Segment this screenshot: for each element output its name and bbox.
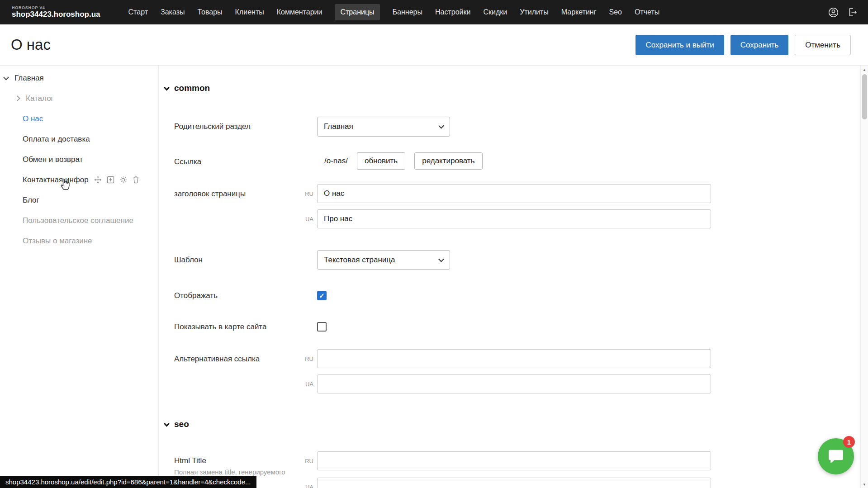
link-label: Ссылка <box>174 158 201 166</box>
section-seo-title: seo <box>174 419 189 429</box>
scrollbar-thumb[interactable] <box>862 74 867 119</box>
lang-ru-badge: RU <box>302 458 313 464</box>
tree-item-label: Пользовательское соглашение <box>23 216 133 225</box>
sidebar-item-otzyvy-o-magazine[interactable]: Отзывы о магазине <box>0 231 158 251</box>
delete-trash-icon[interactable] <box>132 176 140 184</box>
nav-clients[interactable]: Клиенты <box>235 8 264 16</box>
page-title-ru-row: RU <box>302 184 711 203</box>
scroll-up-arrow-icon[interactable]: ▲ <box>861 66 868 73</box>
header-actions: Сохранить и выйти Сохранить Отменить <box>636 35 851 55</box>
parent-section-select[interactable]: Главная <box>317 117 450 137</box>
add-page-icon[interactable] <box>107 176 114 184</box>
settings-gear-icon[interactable] <box>119 176 127 184</box>
sidebar-item-o-nas[interactable]: О нас <box>0 109 158 129</box>
alt-link-ru-row: RU <box>302 349 711 368</box>
sidebar-item-polzovatelskoe-soglashenie[interactable]: Пользовательское соглашение <box>0 210 158 231</box>
chevron-down-icon <box>438 256 444 262</box>
nav-start[interactable]: Старт <box>128 8 148 16</box>
user-account-icon[interactable] <box>828 7 839 18</box>
nav-banners[interactable]: Баннеры <box>393 8 422 16</box>
lang-ua-badge: UA <box>302 216 313 223</box>
tree-item-actions <box>94 176 140 184</box>
brand-version-label: HOROSHOP V4 <box>12 5 100 10</box>
scroll-down-arrow-icon[interactable]: ▼ <box>861 481 868 488</box>
tree-item-label: Блог <box>23 196 39 205</box>
nav-settings[interactable]: Настройки <box>435 8 470 16</box>
link-path-value: /o-nas/ <box>324 156 348 166</box>
sidebar-item-kontaktnaya-informatsiya[interactable]: Контактная инфор <box>0 170 158 190</box>
top-navigation: Старт Заказы Товары Клиенты Комментарии … <box>128 4 660 20</box>
sidebar-item-obmen-i-vozvrat[interactable]: Обмен и возврат <box>0 149 158 170</box>
chevron-down-icon <box>164 85 170 90</box>
logout-icon[interactable] <box>847 7 858 18</box>
tree-item-label: Контактная инфор <box>23 175 89 185</box>
sidebar-item-glavnaya[interactable]: Главная <box>0 68 158 88</box>
template-select[interactable]: Текстовая страница <box>317 250 450 270</box>
nav-seo[interactable]: Seo <box>609 8 622 16</box>
pages-tree-sidebar: Главная Каталог О нас Оплата и доставка … <box>0 66 159 488</box>
link-preview-statusbar: shop34423.horoshop.ua/edit/edit.php?id=6… <box>0 476 256 488</box>
horoshop-admin-app: HOROSHOP V4 shop34423.horoshop.ua Старт … <box>0 0 868 488</box>
template-label: Шаблон <box>174 256 203 264</box>
pages-tree: Главная Каталог О нас Оплата и доставка … <box>0 66 158 251</box>
parent-section-label: Родительский раздел <box>174 123 251 130</box>
html-title-ua-input[interactable] <box>317 478 711 488</box>
tree-item-label: О нас <box>23 114 43 123</box>
save-and-exit-button[interactable]: Сохранить и выйти <box>636 35 724 55</box>
alt-link-ua-input[interactable] <box>317 374 711 393</box>
sitemap-checkbox[interactable] <box>317 322 327 332</box>
lang-ru-badge: RU <box>302 190 313 197</box>
tree-item-label: Главная <box>14 74 44 83</box>
link-edit-button[interactable]: редактировать <box>414 152 482 170</box>
nav-marketing[interactable]: Маркетинг <box>561 8 597 16</box>
sidebar-item-oplata-i-dostavka[interactable]: Оплата и доставка <box>0 129 158 149</box>
html-title-ru-input[interactable] <box>317 451 711 470</box>
section-common-toggle[interactable]: common <box>165 83 210 93</box>
tree-item-label: Обмен и возврат <box>23 155 83 164</box>
alt-link-ua-row: UA <box>302 374 711 393</box>
section-common-title: common <box>174 83 210 93</box>
page-title-ua-input[interactable] <box>317 209 711 228</box>
lang-ua-badge: UA <box>302 381 313 388</box>
html-title-ua-row: UA <box>302 478 711 488</box>
parent-section-value: Главная <box>324 122 353 131</box>
page-title-ru-input[interactable] <box>317 184 711 203</box>
chevron-down-icon <box>438 123 444 129</box>
section-seo-toggle[interactable]: seo <box>165 419 189 429</box>
nav-comments[interactable]: Комментарии <box>277 8 323 16</box>
alt-link-ru-input[interactable] <box>317 349 711 368</box>
nav-reports[interactable]: Отчеты <box>635 8 659 16</box>
expand-caret-icon[interactable] <box>3 75 9 81</box>
nav-utilities[interactable]: Утилиты <box>520 8 549 16</box>
display-checkbox[interactable] <box>317 291 327 300</box>
link-refresh-button[interactable]: обновить <box>357 152 405 170</box>
chat-widget-button[interactable]: 1 <box>818 438 854 474</box>
html-title-label: Html Title <box>174 457 206 464</box>
html-title-ru-row: RU <box>302 451 711 470</box>
save-button[interactable]: Сохранить <box>730 35 788 55</box>
sidebar-item-katalog[interactable]: Каталог <box>0 88 158 109</box>
collapsed-caret-icon[interactable] <box>14 95 20 101</box>
brand: HOROSHOP V4 shop34423.horoshop.ua <box>12 5 100 19</box>
nav-discounts[interactable]: Скидки <box>483 8 507 16</box>
template-value: Текстовая страница <box>324 256 395 265</box>
nav-orders[interactable]: Заказы <box>161 8 185 16</box>
html-title-hint: Полная замена title, генерируемого <box>174 468 285 476</box>
page-title-ua-row: UA <box>302 209 711 228</box>
nav-pages[interactable]: Страницы <box>335 4 379 20</box>
link-row: /o-nas/ обновить редактировать <box>324 152 483 170</box>
lang-ru-badge: RU <box>302 355 313 362</box>
vertical-scrollbar[interactable]: ▲ ▼ <box>860 66 868 488</box>
chevron-down-icon <box>164 421 170 426</box>
sidebar-item-blog[interactable]: Блог <box>0 190 158 210</box>
alt-link-label: Альтернативная ссылка <box>174 355 260 363</box>
cancel-button[interactable]: Отменить <box>795 35 851 55</box>
page-title-label: заголовок страницы <box>174 190 246 198</box>
topbar-icons <box>828 7 858 18</box>
page-edit-form: common Родительский раздел Главная Ссылк… <box>159 66 859 488</box>
tree-item-label: Каталог <box>26 94 54 103</box>
page-title: О нас <box>11 36 51 53</box>
topbar: HOROSHOP V4 shop34423.horoshop.ua Старт … <box>0 0 868 24</box>
move-icon[interactable] <box>94 176 102 184</box>
nav-products[interactable]: Товары <box>198 8 223 16</box>
